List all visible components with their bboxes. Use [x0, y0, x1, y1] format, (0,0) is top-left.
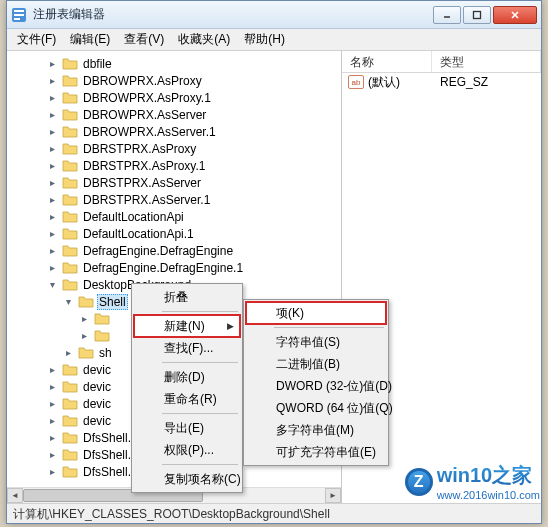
- svg-rect-1: [14, 10, 24, 12]
- folder-icon: [62, 125, 78, 139]
- statusbar: 计算机\HKEY_CLASSES_ROOT\DesktopBackground\…: [7, 503, 541, 523]
- expand-icon[interactable]: ▸: [45, 57, 59, 71]
- folder-icon: [62, 227, 78, 241]
- tree-label: DefaultLocationApi: [81, 210, 186, 224]
- expand-icon[interactable]: ▸: [45, 108, 59, 122]
- separator: [162, 464, 238, 465]
- menu-help[interactable]: 帮助(H): [238, 29, 291, 50]
- ctx-new-multistring[interactable]: 多字符串值(M): [246, 419, 386, 441]
- expand-icon[interactable]: ▸: [45, 244, 59, 258]
- maximize-button[interactable]: [463, 6, 491, 24]
- folder-icon: [78, 346, 94, 360]
- tree-node[interactable]: ▸DefragEngine.DefragEngine: [7, 242, 341, 259]
- tree-node[interactable]: ▸DBRSTPRX.AsServer.1: [7, 191, 341, 208]
- ctx-delete[interactable]: 删除(D): [134, 366, 240, 388]
- tree-label: devic: [81, 397, 113, 411]
- expand-icon[interactable]: ▸: [45, 142, 59, 156]
- tree-node[interactable]: ▸DBROWPRX.AsServer: [7, 106, 341, 123]
- ctx-new[interactable]: 新建(N)▶: [134, 315, 240, 337]
- ctx-collapse[interactable]: 折叠: [134, 286, 240, 308]
- expand-icon[interactable]: ▸: [45, 176, 59, 190]
- tree-label: DBROWPRX.AsProxy: [81, 74, 204, 88]
- tree-label: DBROWPRX.AsServer: [81, 108, 208, 122]
- tree-label: DefaultLocationApi.1: [81, 227, 196, 241]
- expand-icon[interactable]: ▸: [45, 380, 59, 394]
- expand-icon[interactable]: ▸: [45, 363, 59, 377]
- folder-icon: [62, 91, 78, 105]
- collapse-icon[interactable]: ▾: [45, 278, 59, 292]
- expand-icon[interactable]: ▸: [45, 431, 59, 445]
- separator: [274, 327, 384, 328]
- tree-node[interactable]: ▸DBRSTPRX.AsProxy.1: [7, 157, 341, 174]
- tree-node[interactable]: ▸DBROWPRX.AsServer.1: [7, 123, 341, 140]
- ctx-new-expandstring[interactable]: 可扩充字符串值(E): [246, 441, 386, 463]
- ctx-find[interactable]: 查找(F)...: [134, 337, 240, 359]
- value-name: (默认): [368, 74, 440, 91]
- tree-label: DBROWPRX.AsProxy.1: [81, 91, 213, 105]
- scroll-left-button[interactable]: ◄: [7, 488, 23, 503]
- tree-node[interactable]: ▸DBROWPRX.AsProxy.1: [7, 89, 341, 106]
- ctx-rename[interactable]: 重命名(R): [134, 388, 240, 410]
- ctx-new-string[interactable]: 字符串值(S): [246, 331, 386, 353]
- ctx-export[interactable]: 导出(E): [134, 417, 240, 439]
- expand-icon[interactable]: ▸: [45, 227, 59, 241]
- ctx-new-qword[interactable]: QWORD (64 位)值(Q): [246, 397, 386, 419]
- expand-icon[interactable]: ▸: [45, 414, 59, 428]
- expand-icon[interactable]: ▸: [45, 74, 59, 88]
- expand-icon[interactable]: ▸: [45, 210, 59, 224]
- expand-icon[interactable]: ▸: [45, 397, 59, 411]
- list-header: 名称 类型: [342, 51, 541, 73]
- menu-favorites[interactable]: 收藏夹(A): [172, 29, 236, 50]
- tree-node[interactable]: ▸DefaultLocationApi: [7, 208, 341, 225]
- folder-icon: [62, 244, 78, 258]
- submenu-arrow-icon: ▶: [227, 321, 234, 331]
- ctx-permissions[interactable]: 权限(P)...: [134, 439, 240, 461]
- tree-label: DBRSTPRX.AsServer: [81, 176, 203, 190]
- tree-label: DBRSTPRX.AsServer.1: [81, 193, 212, 207]
- expand-icon[interactable]: ▸: [45, 91, 59, 105]
- separator: [162, 362, 238, 363]
- folder-icon: [62, 108, 78, 122]
- ctx-new-binary[interactable]: 二进制值(B): [246, 353, 386, 375]
- scroll-right-button[interactable]: ►: [325, 488, 341, 503]
- menu-view[interactable]: 查看(V): [118, 29, 170, 50]
- menu-file[interactable]: 文件(F): [11, 29, 62, 50]
- value-type: REG_SZ: [440, 75, 488, 89]
- expand-icon[interactable]: ▸: [45, 159, 59, 173]
- collapse-icon[interactable]: ▾: [61, 295, 75, 309]
- col-name[interactable]: 名称: [342, 51, 432, 72]
- folder-icon: [78, 295, 94, 309]
- tree-node[interactable]: ▸dbfile: [7, 55, 341, 72]
- expand-icon[interactable]: ▸: [45, 465, 59, 479]
- tree-label: DefragEngine.DefragEngine: [81, 244, 235, 258]
- menu-edit[interactable]: 编辑(E): [64, 29, 116, 50]
- tree-label: DefragEngine.DefragEngine.1: [81, 261, 245, 275]
- expand-icon[interactable]: ▸: [45, 193, 59, 207]
- tree-node[interactable]: ▸DBROWPRX.AsProxy: [7, 72, 341, 89]
- expand-icon[interactable]: ▸: [77, 312, 91, 326]
- folder-icon: [94, 312, 110, 326]
- col-type[interactable]: 类型: [432, 51, 541, 72]
- folder-icon: [62, 193, 78, 207]
- expand-icon[interactable]: ▸: [45, 125, 59, 139]
- svg-rect-3: [14, 18, 20, 20]
- tree-label: devic: [81, 414, 113, 428]
- tree-node[interactable]: ▸DefaultLocationApi.1: [7, 225, 341, 242]
- expand-icon[interactable]: ▸: [45, 261, 59, 275]
- close-button[interactable]: [493, 6, 537, 24]
- ctx-new-key[interactable]: 项(K): [246, 302, 386, 324]
- minimize-button[interactable]: [433, 6, 461, 24]
- watermark-brand: win10之家: [437, 462, 540, 489]
- tree-node[interactable]: ▸DBRSTPRX.AsServer: [7, 174, 341, 191]
- expand-icon[interactable]: ▸: [61, 346, 75, 360]
- expand-icon[interactable]: ▸: [45, 448, 59, 462]
- list-row[interactable]: ab (默认) REG_SZ: [342, 73, 541, 91]
- app-icon: [11, 7, 27, 23]
- tree-node[interactable]: ▸DBRSTPRX.AsProxy: [7, 140, 341, 157]
- folder-icon: [62, 74, 78, 88]
- folder-icon: [62, 278, 78, 292]
- ctx-new-dword[interactable]: DWORD (32-位)值(D): [246, 375, 386, 397]
- expand-icon[interactable]: ▸: [77, 329, 91, 343]
- ctx-copykeyname[interactable]: 复制项名称(C): [134, 468, 240, 490]
- tree-node[interactable]: ▸DefragEngine.DefragEngine.1: [7, 259, 341, 276]
